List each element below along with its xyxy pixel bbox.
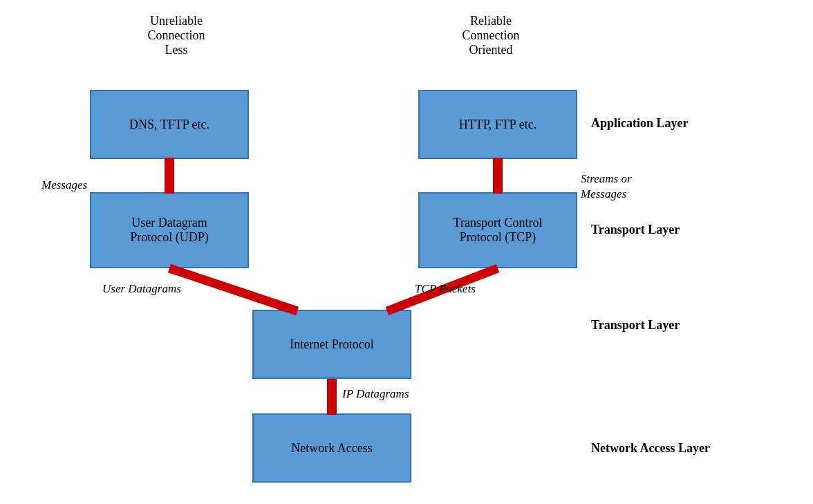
ip-datagrams-label: IP Datagrams — [342, 387, 409, 401]
ip-box: Internet Protocol — [252, 310, 411, 379]
streams-messages-label: Streams orMessages — [581, 171, 632, 202]
svg-rect-1 — [493, 158, 503, 194]
udp-box: User DatagramProtocol (UDP) — [90, 192, 249, 268]
transport-layer-top-label: Transport Layer — [591, 223, 680, 237]
tcp-packets-label: TCP Packets — [415, 282, 476, 296]
diagram-container: UnreliableConnectionLess ReliableConnect… — [0, 0, 813, 504]
tcp-box: Transport ControlProtocol (TCP) — [418, 192, 577, 268]
application-layer-label: Application Layer — [591, 116, 689, 131]
network-access-layer-label: Network Access Layer — [591, 441, 710, 456]
reliable-header: ReliableConnectionOriented — [415, 14, 567, 57]
user-datagrams-label: User Datagrams — [102, 282, 181, 296]
unreliable-header: UnreliableConnectionLess — [100, 14, 252, 57]
svg-rect-4 — [327, 379, 337, 415]
svg-line-2 — [169, 268, 297, 311]
transport-layer-bottom-label: Transport Layer — [591, 318, 680, 333]
messages-label: Messages — [41, 178, 87, 192]
http-box: HTTP, FTP etc. — [418, 90, 577, 159]
svg-rect-0 — [165, 158, 174, 194]
network-box: Network Access — [252, 413, 411, 483]
dns-box: DNS, TFTP etc. — [90, 90, 249, 159]
